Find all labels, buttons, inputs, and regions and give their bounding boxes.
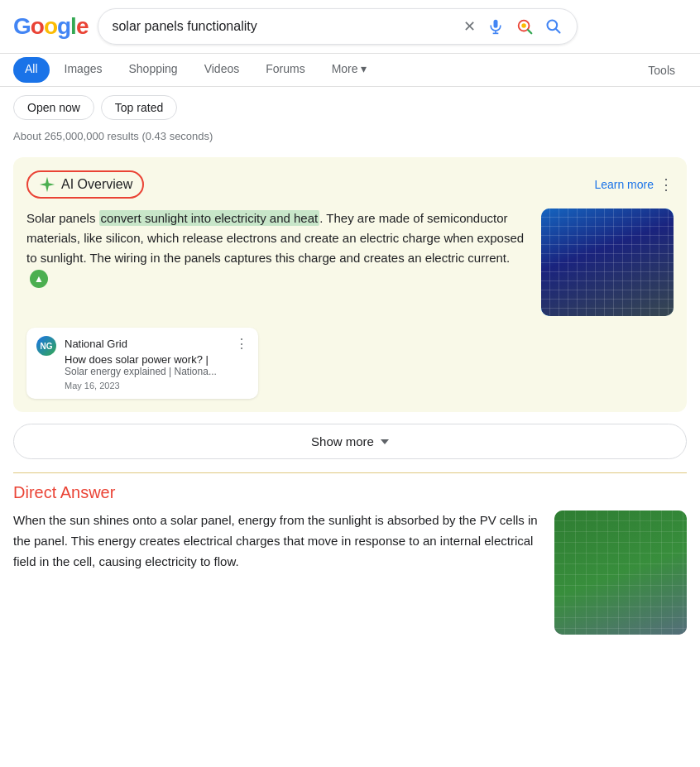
direct-answer-section: Direct Answer When the sun shines onto a… (0, 483, 700, 635)
ai-overview-header: AI Overview Learn more ⋮ (26, 170, 674, 199)
lens-button[interactable] (514, 16, 535, 37)
header: Google ✕ (0, 0, 700, 54)
svg-rect-0 (494, 20, 498, 28)
ai-text-highlight: convert sunlight into electricity and he… (99, 210, 320, 226)
ai-overview-box: AI Overview Learn more ⋮ Solar panels co… (13, 157, 687, 412)
search-bar: ✕ (98, 8, 578, 45)
svg-line-7 (556, 29, 560, 33)
source-subtitle: Solar energy explained | Nationa... (65, 366, 248, 377)
ai-text: Solar panels convert sunlight into elect… (26, 209, 528, 316)
ai-overview-label: AI Overview (61, 177, 132, 192)
ai-overview-title-wrapper: AI Overview (26, 170, 144, 199)
ai-content: Solar panels convert sunlight into elect… (26, 209, 674, 316)
direct-answer-image-inner (554, 511, 687, 635)
google-logo: Google (13, 13, 88, 40)
direct-answer-image (554, 511, 687, 635)
direct-answer-text: When the sun shines onto a solar panel, … (13, 511, 541, 635)
show-more-button[interactable]: Show more (13, 424, 687, 459)
collapse-ai-button[interactable]: ▲ (30, 270, 48, 288)
three-dot-menu[interactable]: ⋮ (659, 175, 674, 194)
source-header: National Grid ⋮ (65, 336, 248, 352)
learn-more-area: Learn more ⋮ (594, 175, 674, 194)
svg-marker-8 (40, 177, 55, 192)
ai-text-before: Solar panels (26, 211, 99, 225)
search-icon (545, 18, 562, 35)
source-options[interactable]: ⋮ (235, 336, 248, 352)
svg-point-4 (522, 23, 527, 27)
ai-solar-image (541, 209, 674, 316)
svg-line-5 (529, 30, 532, 33)
tools-button[interactable]: Tools (636, 55, 687, 85)
source-info: National Grid ⋮ How does solar power wor… (65, 336, 248, 391)
search-input[interactable] (112, 19, 455, 34)
learn-more-link[interactable]: Learn more (594, 178, 654, 191)
search-button[interactable] (544, 17, 563, 36)
search-icons: ✕ (462, 16, 563, 37)
tab-shopping[interactable]: Shopping (117, 54, 189, 86)
mic-button[interactable] (486, 17, 506, 36)
ai-solar-image-inner (541, 209, 674, 316)
source-icon: NG (36, 336, 56, 356)
ai-overview-title: AI Overview (26, 170, 144, 199)
clear-button[interactable]: ✕ (462, 16, 477, 37)
source-title[interactable]: How does solar power work? | (65, 353, 248, 366)
tab-videos[interactable]: Videos (193, 54, 252, 86)
filter-top-rated[interactable]: Top rated (101, 95, 177, 120)
chevron-down-icon (381, 439, 389, 444)
direct-answer-title: Direct Answer (13, 483, 687, 502)
results-count: About 265,000,000 results (0.43 seconds) (0, 128, 700, 151)
direct-answer-content: When the sun shines onto a solar panel, … (13, 511, 687, 635)
show-more-label: Show more (311, 434, 374, 448)
section-divider (13, 472, 687, 473)
ai-spark-icon (38, 175, 56, 194)
tab-all[interactable]: All (13, 57, 50, 83)
filter-row: Open now Top rated (0, 87, 700, 128)
mic-icon (487, 18, 504, 35)
lens-icon (515, 17, 534, 36)
source-card: NG National Grid ⋮ How does solar power … (26, 328, 258, 399)
tab-images[interactable]: Images (53, 54, 114, 86)
source-date: May 16, 2023 (65, 381, 248, 391)
tab-more[interactable]: More ▾ (320, 54, 379, 86)
tab-forums[interactable]: Forums (254, 54, 316, 86)
nav-tabs: All Images Shopping Videos Forums More ▾… (0, 54, 700, 87)
source-name: National Grid (65, 338, 127, 350)
filter-open-now[interactable]: Open now (13, 95, 94, 120)
